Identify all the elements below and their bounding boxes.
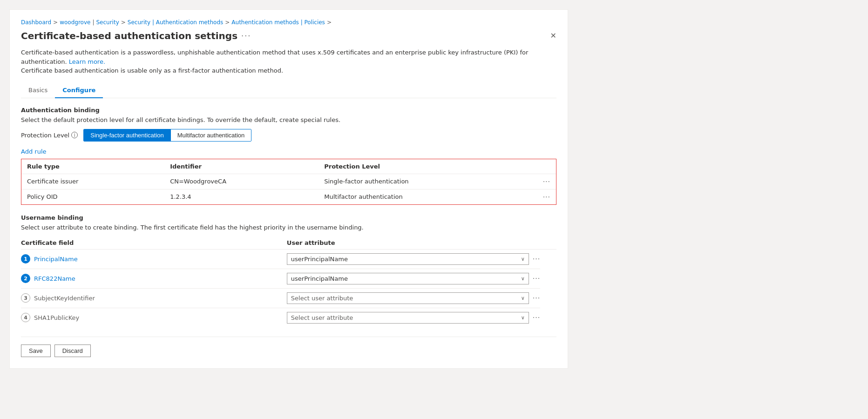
user-attr-dropdown[interactable]: userPrincipalName ∨ [287,273,529,284]
save-button[interactable]: Save [21,345,51,357]
protection-level-row: Protection Level i Single-factor authent… [21,129,556,142]
breadcrumb-security[interactable]: Security [96,19,119,26]
panel-description: Certificate-based authentication is a pa… [21,48,556,75]
close-button[interactable]: ✕ [550,32,556,40]
row-number-badge: 4 [21,313,30,322]
row-ellipsis-icon[interactable]: ··· [543,178,550,185]
learn-more-link[interactable]: Learn more. [69,58,105,65]
multifactor-toggle[interactable]: Multifactor authentication [170,129,251,141]
breadcrumb: Dashboard > woodgrove | Security > Secur… [21,19,556,26]
chevron-down-icon: ∨ [521,256,525,262]
rule-type-cell: Policy OID [21,189,164,204]
single-factor-toggle[interactable]: Single-factor authentication [84,129,170,141]
protection-level-info-icon[interactable]: i [71,132,78,138]
user-attr-dropdown[interactable]: Select user attribute ∨ [287,312,529,324]
col-identifier: Identifier [164,159,319,174]
col-rule-type: Rule type [21,159,164,174]
user-attr-cell-td: Select user attribute ∨ ··· [287,288,540,308]
protection-level-toggle: Single-factor authentication Multifactor… [83,129,251,142]
table-row: Policy OID 1.2.3.4 Multifactor authentic… [21,189,556,204]
tab-configure[interactable]: Configure [55,83,103,98]
cert-field-name: SubjectKeyIdentifier [34,295,95,302]
discard-button[interactable]: Discard [54,345,91,357]
cert-field-header: Certificate field [21,237,287,250]
protection-level-label: Protection Level i [21,132,78,139]
table-row: Certificate issuer CN=WoodgroveCA Single… [21,174,556,189]
row-number-badge: 1 [21,254,30,264]
col-protection-level: Protection Level [319,159,537,174]
auth-binding-section: Authentication binding Select the defaul… [21,107,556,205]
cert-field-name[interactable]: PrincipalName [34,256,78,263]
chevron-down-icon: ∨ [521,295,525,301]
auth-binding-title: Authentication binding [21,107,556,114]
col-actions [537,159,556,174]
row-ellipsis-icon[interactable]: ··· [533,294,540,302]
more-options-icon[interactable]: ··· [241,32,251,41]
rules-table-wrapper: Rule type Identifier Protection Level Ce… [21,159,556,205]
user-attr-cell-td: userPrincipalName ∨ ··· [287,269,540,288]
cert-field-name: SHA1PublicKey [34,314,79,321]
chevron-down-icon: ∨ [521,315,525,321]
protection-level-cell: Single-factor authentication [319,174,537,189]
user-attr-cell-td: Select user attribute ∨ ··· [287,308,540,327]
username-binding-desc: Select user attribute to create binding.… [21,224,556,231]
breadcrumb-dashboard[interactable]: Dashboard [21,19,51,26]
protection-level-cell: Multifactor authentication [319,189,537,204]
cert-field-cell: 4 SHA1PublicKey [21,308,287,327]
cert-field-name[interactable]: RFC822Name [34,275,75,282]
username-binding-section: Username binding Select user attribute t… [21,214,556,327]
row-ellipsis-icon[interactable]: ··· [533,275,540,282]
actions-header [540,237,556,250]
user-attr-cell-td: userPrincipalName ∨ ··· [287,249,540,269]
chevron-down-icon: ∨ [521,276,525,282]
binding-row: 4 SHA1PublicKey Select user attribute ∨ … [21,308,556,327]
cert-field-cell: 3 SubjectKeyIdentifier [21,288,287,308]
user-attr-dropdown[interactable]: userPrincipalName ∨ [287,253,529,265]
breadcrumb-woodgrove[interactable]: woodgrove [60,19,90,26]
cert-field-cell: 1 PrincipalName [21,249,287,269]
tab-bar: Basics Configure [21,83,556,98]
breadcrumb-security-auth[interactable]: Security | Authentication methods [128,19,223,26]
footer-actions: Save Discard [21,337,556,357]
user-attr-header: User attribute [287,237,540,250]
breadcrumb-auth-policies[interactable]: Authentication methods | Policies [231,19,325,26]
rule-type-cell: Certificate issuer [21,174,164,189]
auth-binding-desc: Select the default protection level for … [21,116,556,123]
cert-field-cell: 2 RFC822Name [21,269,287,288]
user-attr-dropdown[interactable]: Select user attribute ∨ [287,292,529,304]
binding-row: 1 PrincipalName userPrincipalName ∨ ··· [21,249,556,269]
row-number-badge: 2 [21,274,30,283]
row-actions-cell: ··· [537,189,556,204]
row-actions-cell: ··· [537,174,556,189]
identifier-cell: CN=WoodgroveCA [164,174,319,189]
page-title: Certificate-based authentication setting… [21,30,237,41]
add-rule-link[interactable]: Add rule [21,148,47,155]
binding-row: 3 SubjectKeyIdentifier Select user attri… [21,288,556,308]
binding-row: 2 RFC822Name userPrincipalName ∨ ··· [21,269,556,288]
row-ellipsis-icon[interactable]: ··· [543,193,550,201]
row-ellipsis-icon[interactable]: ··· [533,314,540,321]
username-binding-title: Username binding [21,214,556,221]
rules-table: Rule type Identifier Protection Level Ce… [21,159,556,204]
binding-table: Certificate field User attribute 1 Princ… [21,237,556,327]
identifier-cell: 1.2.3.4 [164,189,319,204]
tab-basics[interactable]: Basics [21,83,55,98]
row-number-badge: 3 [21,293,30,303]
panel-header: Certificate-based authentication setting… [21,30,556,41]
row-ellipsis-icon[interactable]: ··· [533,255,540,263]
